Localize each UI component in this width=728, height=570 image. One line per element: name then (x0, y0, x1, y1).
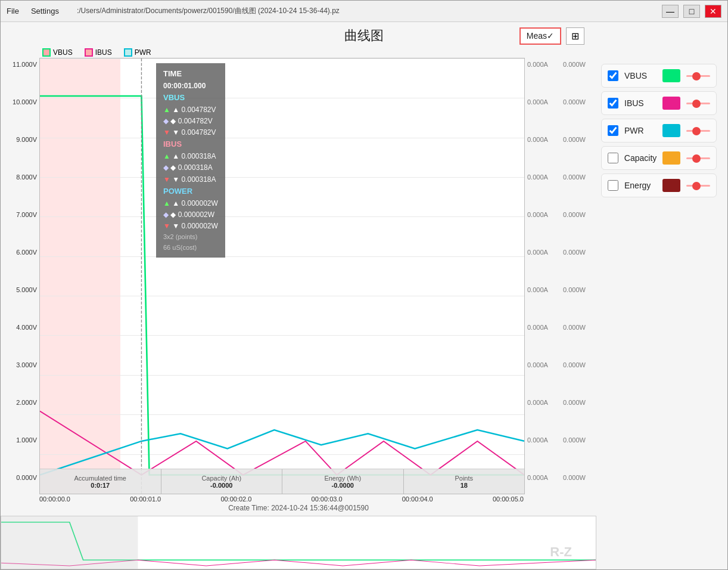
strip-item-ibus: IBUS (85, 48, 112, 57)
legend-label-energy: Energy (624, 181, 657, 190)
legend-slider-vbus (686, 75, 710, 77)
legend-checkbox-energy[interactable] (608, 180, 618, 191)
legend-item-vbus: VBUS (601, 64, 717, 88)
legend-label-ibus: IBUS (624, 98, 657, 108)
legend-checkbox-vbus[interactable] (608, 70, 618, 81)
legend-slider-energy (686, 185, 710, 187)
slider-line-ibus[interactable] (686, 103, 710, 104)
legend-slider-capacity (686, 157, 710, 159)
x-label-5: 00:00:05.0 (493, 495, 524, 503)
legend-label-vbus: VBUS (624, 71, 657, 80)
mini-chart[interactable]: R-Z (1, 516, 596, 569)
vbus-swatch (42, 48, 51, 57)
y-axis-left: 11.000V 10.000V 9.000V 8.000V 7.000V 6.0… (1, 58, 39, 494)
slider-line-pwr[interactable] (686, 130, 710, 132)
slider-dot-ibus[interactable] (692, 100, 701, 108)
legend-label-pwr: PWR (624, 126, 657, 135)
slider-line-energy[interactable] (686, 185, 710, 187)
legend-slider-pwr (686, 130, 710, 132)
legend-color-vbus (662, 69, 680, 82)
cap-value: -0.0000 (210, 482, 232, 489)
legend-color-pwr (662, 124, 680, 137)
maximize-button[interactable]: □ (683, 5, 700, 18)
ene-value: -0.0000 (332, 482, 354, 489)
watermark: R-Z (550, 544, 572, 560)
header-buttons: Meas✓ ⊞ (519, 27, 584, 45)
chart-title: 曲线图 (344, 27, 384, 45)
chart-header: 曲线图 Meas✓ ⊞ (1, 22, 727, 47)
meas-button[interactable]: Meas✓ (519, 27, 561, 45)
stat-energy: Energy (Wh) -0.0000 (282, 469, 404, 494)
x-label-2: 00:00:02.0 (220, 495, 251, 503)
legend-label-capacity: Capacity (624, 153, 657, 163)
content-area: 曲线图 Meas✓ ⊞ VBUS IBUS PWR (1, 22, 727, 569)
legend-item-energy: Energy (601, 174, 717, 197)
stats-bar: Accumulated time 0:0:17 Capacity (Ah) -0… (40, 469, 524, 494)
table-button[interactable]: ⊞ (566, 27, 584, 45)
menu-bar: File Settings (7, 7, 59, 16)
pwr-swatch (124, 48, 132, 57)
strip-label-pwr: PWR (135, 48, 151, 57)
legend-item-pwr: PWR (601, 119, 717, 142)
slider-dot-energy[interactable] (692, 182, 701, 190)
strip-item-pwr: PWR (124, 48, 151, 57)
legend-color-energy (662, 179, 680, 192)
strip-label-ibus: IBUS (95, 48, 112, 57)
menu-settings[interactable]: Settings (31, 7, 59, 16)
pts-value: 18 (461, 482, 468, 489)
vbus-line (40, 96, 524, 475)
strip-item-vbus: VBUS (42, 48, 73, 57)
chart-legend-strip: VBUS IBUS PWR (1, 47, 727, 58)
y-axis-right-amps: 0.000A 0.000A 0.000A 0.000A 0.000A 0.000… (525, 58, 561, 494)
x-axis-labels: 00:00:00.0 00:00:01.0 00:00:02.0 00:00:0… (1, 494, 596, 503)
acc-label: Accumulated time (74, 475, 126, 482)
x-label-4: 00:00:04.0 (402, 495, 433, 503)
slider-dot-vbus[interactable] (692, 72, 701, 80)
main-row: 11.000V 10.000V 9.000V 8.000V 7.000V 6.0… (1, 58, 727, 569)
ene-label: Energy (Wh) (324, 475, 361, 482)
minimize-button[interactable]: — (662, 5, 679, 18)
create-time: Create Time: 2024-10-24 15:36:44@001590 (1, 503, 596, 513)
legend-item-capacity: Capacity (601, 146, 717, 170)
legend-checkbox-ibus[interactable] (608, 98, 618, 109)
slider-dot-pwr[interactable] (692, 127, 701, 135)
y-axis-right-watts: 0.000W 0.000W 0.000W 0.000W 0.000W 0.000… (561, 58, 596, 494)
chart-svg (40, 58, 524, 494)
legend-color-capacity (662, 151, 680, 165)
strip-label-vbus: VBUS (53, 48, 73, 57)
title-bar: File Settings :/Users/Administrator/Docu… (1, 1, 727, 22)
close-button[interactable]: ✕ (705, 5, 721, 18)
slider-dot-capacity[interactable] (692, 154, 701, 163)
stat-accumulated: Accumulated time 0:0:17 (40, 469, 161, 494)
acc-value: 0:0:17 (91, 482, 110, 489)
legend-checkbox-pwr[interactable] (608, 125, 618, 136)
cap-label: Capacity (Ah) (201, 475, 241, 482)
ibus-swatch (85, 48, 93, 57)
window-controls: — □ ✕ (662, 5, 721, 18)
x-label-0: 00:00:00.0 (39, 495, 70, 503)
ibus-line (40, 411, 524, 475)
chart-area: 11.000V 10.000V 9.000V 8.000V 7.000V 6.0… (1, 58, 596, 569)
x-label-3: 00:00:03.0 (312, 495, 343, 503)
legend-color-ibus (662, 97, 680, 110)
stat-points: Points 18 (404, 469, 525, 494)
mini-chart-svg (1, 516, 596, 569)
legend-item-ibus: IBUS (601, 91, 717, 115)
chart-with-axes: 11.000V 10.000V 9.000V 8.000V 7.000V 6.0… (1, 58, 596, 494)
stat-capacity: Capacity (Ah) -0.0000 (161, 469, 283, 494)
mini-selection-rect (1, 516, 138, 569)
x-label-1: 00:00:01.0 (130, 495, 161, 503)
slider-line-capacity[interactable] (686, 157, 710, 159)
app-window: File Settings :/Users/Administrator/Docu… (0, 0, 728, 570)
legend-panel: VBUS IBUS (596, 58, 721, 569)
slider-line-vbus[interactable] (686, 75, 710, 77)
legend-slider-ibus (686, 103, 710, 104)
menu-file[interactable]: File (7, 7, 19, 16)
chart-plot[interactable]: TIME 00:00:01.000 VBUS ▲ ▲ 0.004782V ◆ ◆… (39, 58, 525, 494)
file-path: :/Users/Administrator/Documents/powerz/0… (77, 6, 644, 16)
pts-label: Points (455, 475, 473, 482)
legend-checkbox-capacity[interactable] (608, 153, 618, 163)
